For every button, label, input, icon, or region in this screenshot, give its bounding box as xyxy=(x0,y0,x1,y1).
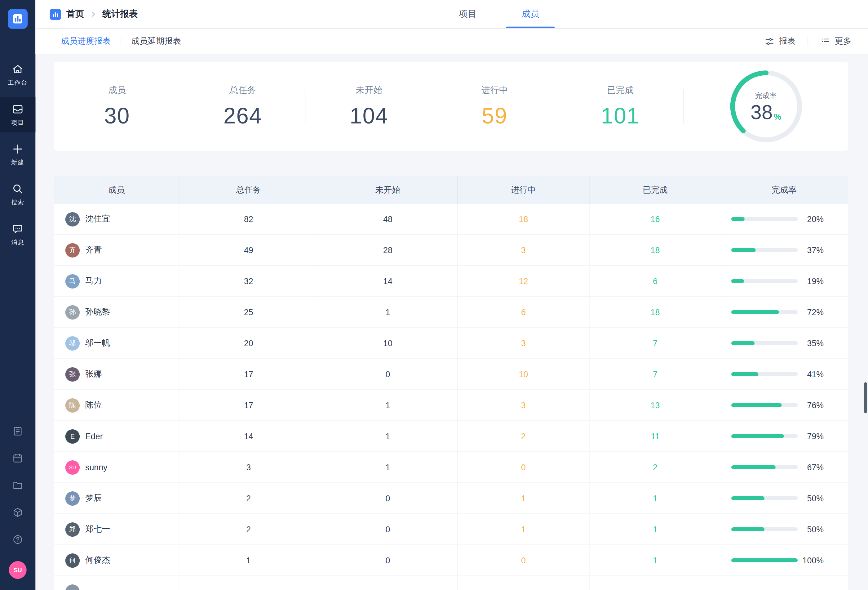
sidebar-tool-report[interactable] xyxy=(6,420,28,442)
table-row[interactable]: 张张娜17010741% xyxy=(54,359,848,390)
table-row[interactable]: EEder14121179% xyxy=(54,421,848,452)
member-avatar: 梦 xyxy=(65,491,80,505)
in-progress-cell: 3 xyxy=(458,328,590,358)
tab-members[interactable]: 成员 xyxy=(521,0,539,28)
more-button[interactable]: 更多 xyxy=(820,36,851,47)
in-progress-cell: 12 xyxy=(458,266,590,296)
sidebar-tool-apps[interactable] xyxy=(6,501,28,523)
folder-icon xyxy=(12,479,23,491)
in-progress-cell: 10 xyxy=(458,359,590,389)
progress-fill xyxy=(731,310,779,314)
sidebar-item-label: 消息 xyxy=(11,238,25,246)
report-chart-icon xyxy=(50,9,61,20)
table-row[interactable]: 何何俊杰1001100% xyxy=(54,545,848,576)
sidebar-tool-calendar[interactable] xyxy=(6,447,28,469)
tab-member-progress-report[interactable]: 成员进度报表 xyxy=(61,36,111,47)
member-cell: 马马力 xyxy=(54,266,180,296)
stat-label: 总任务 xyxy=(229,84,256,96)
not-started-cell: 0 xyxy=(318,545,458,575)
sidebar-tool-help[interactable] xyxy=(6,529,28,551)
stat-value: 264 xyxy=(223,103,262,128)
progress-fill xyxy=(731,527,765,531)
progress-bar xyxy=(731,496,798,500)
member-cell: 沈沈佳宜 xyxy=(54,204,180,234)
breadcrumb-home[interactable]: 首页 xyxy=(66,8,84,20)
table-row[interactable]: 郑郑七一201150% xyxy=(54,514,848,545)
in-progress-cell: 6 xyxy=(458,297,590,327)
logo-chart-icon xyxy=(12,13,24,25)
member-cell: 齐齐青 xyxy=(54,235,180,265)
done-cell xyxy=(590,576,721,590)
app-logo[interactable] xyxy=(8,9,28,29)
member-cell: SUsunny xyxy=(54,452,180,482)
in-progress-cell: 18 xyxy=(458,204,590,234)
done-cell: 18 xyxy=(590,235,721,265)
completion-cell: 20% xyxy=(721,204,847,234)
app-root: 工作台项目新建搜索消息 SU 首页 统计报表 xyxy=(0,0,868,590)
completion-cell: 50% xyxy=(721,483,847,513)
stat-label: 成员 xyxy=(108,84,126,96)
table-row[interactable]: 梦梦辰201150% xyxy=(54,483,848,514)
completion-percent: 76% xyxy=(807,401,824,410)
sidebar-item-projects[interactable]: 项目 xyxy=(0,97,35,132)
not-started-cell: 1 xyxy=(318,421,458,451)
in-progress-cell: 0 xyxy=(458,545,590,575)
total-cell: 1 xyxy=(180,545,318,575)
table-row[interactable]: SUsunny310267% xyxy=(54,452,848,483)
progress-bar xyxy=(731,372,798,376)
member-name: 齐青 xyxy=(85,245,102,255)
report-tabs: 成员进度报表 成员延期报表 xyxy=(35,36,181,47)
in-progress-cell: 1 xyxy=(458,483,590,513)
table-row[interactable]: 沈沈佳宜8248181620% xyxy=(54,204,848,235)
table-row[interactable]: 孙孙晓黎25161872% xyxy=(54,297,848,328)
sidebar-item-new[interactable]: 新建 xyxy=(0,137,35,172)
user-avatar[interactable]: SU xyxy=(9,561,27,579)
member-avatar: 齐 xyxy=(65,243,80,257)
member-name: 马力 xyxy=(85,276,102,286)
member-avatar: E xyxy=(65,429,80,443)
member-name: 何俊杰 xyxy=(85,555,110,565)
tab-member-delay-report[interactable]: 成员延期报表 xyxy=(131,36,181,47)
table-row[interactable] xyxy=(54,576,848,590)
project-icon xyxy=(12,103,24,115)
table-row[interactable]: 马马力321412619% xyxy=(54,266,848,297)
table-row[interactable]: 陈陈位17131376% xyxy=(54,390,848,421)
member-name: sunny xyxy=(85,463,107,472)
table-row[interactable]: 齐齐青492831837% xyxy=(54,235,848,266)
completion-percent: 19% xyxy=(807,277,824,286)
progress-fill xyxy=(731,279,744,283)
done-cell: 1 xyxy=(590,483,721,513)
content: 成员30总任务264未开始104进行中59已完成101 完成率 38 % xyxy=(35,54,868,590)
column-header: 总任务 xyxy=(180,176,318,204)
total-cell: 2 xyxy=(180,514,318,544)
progress-bar xyxy=(731,465,798,469)
tab-divider xyxy=(121,37,121,45)
progress-fill xyxy=(731,403,782,407)
report-settings-button[interactable]: 报表 xyxy=(765,36,796,47)
total-cell: 25 xyxy=(180,297,318,327)
completion-percent: 72% xyxy=(807,308,824,317)
table-header-row: 成员总任务未开始进行中已完成完成率 xyxy=(54,176,848,204)
sidebar-item-workbench[interactable]: 工作台 xyxy=(0,57,35,92)
in-progress-cell: 3 xyxy=(458,390,590,420)
member-avatar: 孙 xyxy=(65,305,80,319)
member-avatar: 陈 xyxy=(65,398,80,412)
total-cell: 17 xyxy=(180,359,318,389)
completion-percent: 50% xyxy=(807,525,824,534)
report-icon xyxy=(12,425,23,436)
completion-cell: 79% xyxy=(721,421,847,451)
sidebar-tool-files[interactable] xyxy=(6,474,28,496)
completion-percent: 79% xyxy=(807,432,824,441)
completion-cell: 100% xyxy=(721,545,847,575)
sidebar-item-search[interactable]: 搜索 xyxy=(0,177,35,212)
not-started-cell: 1 xyxy=(318,297,458,327)
sidebar-item-messages[interactable]: 消息 xyxy=(0,216,35,252)
table-row[interactable]: 邬邬一帆20103735% xyxy=(54,328,848,359)
member-cell: EEder xyxy=(54,421,180,451)
stat-label: 未开始 xyxy=(356,84,382,96)
completion-cell: 76% xyxy=(721,390,847,420)
stat-label: 进行中 xyxy=(481,84,508,96)
scrollbar-thumb[interactable] xyxy=(864,382,867,413)
gauge-value: 38 % xyxy=(750,102,781,122)
tab-projects[interactable]: 项目 xyxy=(459,0,477,28)
